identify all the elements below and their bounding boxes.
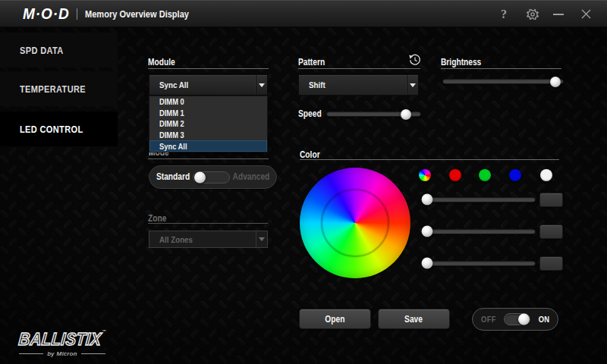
color-preset-red[interactable] (449, 169, 461, 181)
sidebar-item-label: SPD DATA (20, 45, 64, 56)
module-option-dimm-3[interactable]: DIMM 3 (149, 130, 267, 141)
blue-value-swatch (539, 256, 563, 271)
zone-label: Zone (148, 213, 170, 224)
red-slider-track[interactable] (422, 197, 536, 202)
color-label: Color (300, 149, 323, 160)
blue-slider-thumb[interactable] (422, 258, 433, 269)
pattern-reset-icon[interactable] (408, 53, 422, 67)
brand-byline: by Micron (6, 350, 118, 357)
red-slider-thumb[interactable] (422, 194, 433, 206)
pattern-select[interactable]: Shift (298, 74, 419, 96)
color-wheel[interactable] (300, 168, 410, 278)
open-button[interactable]: Open (299, 309, 371, 329)
color-preset-green[interactable] (479, 169, 491, 181)
module-select-arrow-button[interactable] (256, 75, 267, 95)
module-option-dimm-2[interactable]: DIMM 2 (149, 118, 267, 130)
close-icon (581, 9, 591, 19)
sidebar-item-spd-data[interactable]: SPD DATA (0, 33, 118, 67)
brightness-slider[interactable] (442, 79, 564, 84)
mode-toggle-knob[interactable] (194, 172, 206, 184)
titlebar: M·O·D Memory Overview Display ? (0, 0, 607, 28)
green-slider-track[interactable] (422, 229, 536, 234)
zone-select-value: All Zones (149, 235, 256, 244)
zone-rule (148, 223, 268, 224)
color-preset-blue[interactable] (509, 169, 521, 181)
module-option-dimm-1[interactable]: DIMM 1 (149, 108, 267, 119)
sidebar-item-label: LED CONTROL (20, 124, 83, 135)
minimize-icon (553, 14, 564, 15)
sidebar-item-led-control[interactable]: LED CONTROL (0, 111, 118, 146)
help-icon: ? (501, 8, 507, 21)
brightness-label: Brightness (441, 57, 489, 67)
color-wheel-inner-ring (321, 189, 389, 257)
brightness-slider-track[interactable] (442, 79, 564, 84)
color-preset-white[interactable] (540, 169, 552, 181)
blue-slider[interactable] (422, 261, 536, 266)
trademark: ™ (102, 329, 106, 334)
sidebar-item-temperature[interactable]: TEMPERATURE (0, 71, 118, 106)
sidebar-item-label: TEMPERATURE (20, 83, 86, 95)
chevron-down-icon (259, 237, 265, 241)
zone-select-arrow-button (256, 231, 267, 247)
minimize-button[interactable] (549, 0, 568, 28)
byline-line-right (81, 353, 105, 354)
speed-slider[interactable] (326, 111, 421, 117)
app-window: M·O·D Memory Overview Display ? SPD DATA… (0, 0, 607, 364)
power-toggle[interactable]: OFF ON (472, 308, 558, 331)
module-select[interactable]: Sync All (149, 74, 268, 96)
mode-rule (148, 158, 269, 159)
app-title: Memory Overview Display (85, 8, 207, 20)
red-slider[interactable] (422, 197, 536, 202)
module-rule (148, 68, 269, 69)
brand-name: BALLISTIX™ (18, 329, 107, 350)
save-button[interactable]: Save (378, 309, 450, 329)
mode-toggle[interactable]: Standard Advanced (149, 165, 277, 189)
pattern-rule (298, 68, 420, 69)
settings-button[interactable] (523, 0, 543, 28)
module-label: Module (148, 57, 180, 67)
brightness-slider-thumb[interactable] (550, 77, 561, 87)
chevron-down-icon (410, 83, 416, 87)
ballistix-logo: BALLISTIX™ by Micron (6, 329, 118, 357)
color-preset-rainbow[interactable] (419, 169, 431, 181)
titlebar-highlight (0, 0, 607, 1)
gear-icon (526, 8, 539, 21)
module-dropdown: DIMM 0DIMM 1DIMM 2DIMM 3Sync All (149, 96, 268, 152)
power-off-label: OFF (481, 309, 499, 330)
module-select-value: Sync All (149, 80, 256, 89)
module-option-sync-all[interactable]: Sync All (149, 140, 267, 152)
speed-slider-thumb[interactable] (401, 109, 411, 120)
chevron-down-icon (259, 83, 265, 87)
mode-toggle-track[interactable] (193, 171, 230, 184)
pattern-select-value: Shift (299, 80, 407, 89)
red-value-swatch (539, 193, 563, 207)
pattern-label: Pattern (298, 57, 329, 67)
mode-option-advanced[interactable]: Advanced (226, 166, 269, 188)
byline-line-left (19, 353, 43, 354)
power-on-label: ON (536, 309, 550, 330)
zone-select: All Zones (149, 231, 268, 248)
speed-label: Speed (298, 108, 326, 119)
power-toggle-knob[interactable] (518, 314, 530, 325)
green-slider[interactable] (422, 229, 536, 234)
power-toggle-track[interactable] (504, 313, 530, 325)
mod-logo: M·O·D (23, 5, 70, 23)
help-button[interactable]: ? (494, 0, 514, 28)
blue-slider-track[interactable] (422, 261, 536, 266)
green-value-swatch (539, 224, 563, 239)
green-slider-thumb[interactable] (422, 226, 433, 237)
mode-option-standard[interactable]: Standard (156, 166, 196, 188)
brightness-rule (441, 68, 561, 69)
module-option-dimm-0[interactable]: DIMM 0 (149, 96, 267, 108)
close-button[interactable] (576, 0, 596, 28)
color-rule (300, 159, 559, 160)
logo-separator (77, 8, 77, 20)
pattern-select-arrow-button[interactable] (407, 75, 418, 95)
